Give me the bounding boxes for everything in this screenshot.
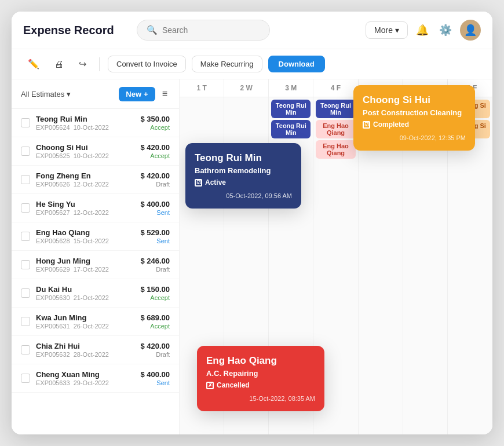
calendar-event-chip[interactable]: Teong Rui Min [316,100,355,118]
expense-date: 12-Oct-2022 [74,181,109,188]
popup-red-title: Eng Hao Qiang [206,355,315,367]
header: Expense Record 🔍 More ▾ 🔔 ⚙️ 👤 [12,12,492,49]
expense-amount: $ 246.00 [140,257,170,265]
list-item[interactable]: Du Kai Hu EXP005630 21-Oct-2022 $ 150.00… [12,279,179,308]
popup-blue-title: Teong Rui Min [195,152,292,164]
edit-icon: ✏️ [28,59,39,69]
share-button[interactable]: ↪ [74,55,91,73]
expense-status: Accept [140,294,170,301]
plus-icon: + [144,90,148,98]
expense-checkbox[interactable] [21,232,30,241]
expense-info: Kwa Jun Ming EXP005631 26-Oct-2022 [36,313,134,330]
expense-amount-col: $ 246.00 Draft [140,257,170,273]
expense-checkbox[interactable] [21,118,30,127]
download-button[interactable]: Download [268,56,325,72]
expense-info: He Sing Yu EXP005627 12-Oct-2022 [36,200,134,216]
expense-id: EXP005625 [36,152,70,159]
expense-status: Accept [140,323,170,330]
calendar-event-chip[interactable]: Eng Hao Qiang [316,140,355,159]
search-bar[interactable]: 🔍 [137,20,270,41]
expense-info: Fong Zheng En EXP005626 12-Oct-2022 [36,171,134,188]
expense-name: Teong Rui Min [36,115,134,123]
more-label: More [374,25,393,35]
expense-name: Hong Jun Ming [36,257,134,265]
expense-checkbox[interactable] [21,288,30,298]
calendar-event-chip[interactable]: Eng Hao Qiang [316,120,355,138]
popup-red-subtitle: A.C. Repairing [206,369,315,378]
expense-checkbox[interactable] [21,260,30,269]
expense-amount-col: $ 420.00 Draft [140,342,170,358]
list-item[interactable]: Hong Jun Ming EXP005629 17-Oct-2022 $ 24… [12,251,179,279]
popup-orange-title: Choong Si Hui [363,94,466,106]
main-content: All Estimates ▾ New + ≡ Teong Rui Min [12,79,492,434]
notification-button[interactable]: 🔔 [414,21,431,39]
expense-checkbox[interactable] [21,147,30,156]
status-completed-icon: ☑ [363,121,370,129]
expense-date: 29-Oct-2022 [74,379,109,386]
expense-status: Draft [140,181,170,188]
list-item[interactable]: He Sing Yu EXP005627 12-Oct-2022 $ 400.0… [12,194,179,222]
settings-button[interactable]: ⚙️ [437,21,454,39]
popup-blue-status: ☑ Active [195,178,292,187]
expense-checkbox[interactable] [21,345,30,354]
edit-button[interactable]: ✏️ [23,55,44,73]
popup-red-timestamp: 15-Oct-2022, 08:35 AM [206,395,315,402]
calendar-event-chip[interactable]: Teong Rui Min [271,100,311,118]
expense-name: Chia Zhi Hui [36,342,134,350]
expense-meta: EXP005630 21-Oct-2022 [36,294,134,301]
app-container: Expense Record 🔍 More ▾ 🔔 ⚙️ 👤 ✏️ 🖨 ↪ Co… [12,12,492,434]
calendar-event-chip[interactable]: Teong Rui Min [271,120,311,138]
expense-info: Choong Si Hui EXP005625 10-Oct-2022 [36,143,134,159]
expense-meta: EXP005629 17-Oct-2022 [36,266,134,273]
expense-amount: $ 400.00 [140,370,170,379]
app-title: Expense Record [23,24,127,37]
popup-orange-subtitle: Post Construction Cleaning [363,108,466,117]
list-item[interactable]: Eng Hao Qiang EXP005628 15-Oct-2022 $ 52… [12,222,179,251]
expense-meta: EXP005632 28-Oct-2022 [36,351,134,358]
print-button[interactable]: 🖨 [50,56,68,73]
list-item[interactable]: Choong Si Hui EXP005625 10-Oct-2022 $ 42… [12,137,179,166]
expense-checkbox[interactable] [21,374,30,383]
expense-amount: $ 689.00 [140,313,170,322]
header-actions: More ▾ 🔔 ⚙️ 👤 [366,20,481,41]
list-view-button[interactable]: ≡ [160,86,170,101]
popup-choong-si-hui[interactable]: Choong Si Hui Post Construction Cleaning… [353,85,475,151]
expense-id: EXP005631 [36,323,70,330]
list-item[interactable]: Fong Zheng En EXP005626 12-Oct-2022 $ 42… [12,166,179,194]
print-icon: 🖨 [54,59,64,69]
expense-checkbox[interactable] [21,203,30,213]
more-button[interactable]: More ▾ [366,21,408,39]
avatar[interactable]: 👤 [460,20,481,41]
expense-name: Choong Si Hui [36,143,134,152]
list-item[interactable]: Cheng Xuan Ming EXP005633 29-Oct-2022 $ … [12,364,179,393]
popup-eng-hao-qiang[interactable]: Eng Hao Qiang A.C. Repairing ✗ Cancelled… [197,346,324,411]
expense-status: Draft [140,266,170,273]
expense-info: Du Kai Hu EXP005630 21-Oct-2022 [36,285,134,301]
list-item[interactable]: Teong Rui Min EXP005624 10-Oct-2022 $ 35… [12,109,179,137]
convert-invoice-button[interactable]: Convert to Invoice [108,56,186,72]
sidebar: All Estimates ▾ New + ≡ Teong Rui Min [12,79,180,434]
expense-meta: EXP005627 12-Oct-2022 [36,209,134,216]
expense-checkbox[interactable] [21,317,30,326]
expense-amount: $ 400.00 [140,200,170,209]
share-icon: ↪ [79,59,86,69]
expense-info: Cheng Xuan Ming EXP005633 29-Oct-2022 [36,370,134,386]
search-input[interactable] [162,25,260,35]
filter-label-text: All Estimates [21,90,64,98]
expense-id: EXP005628 [36,237,70,244]
expense-checkbox[interactable] [21,175,30,184]
expense-amount-col: $ 420.00 Accept [140,143,170,159]
expense-info: Hong Jun Ming EXP005629 17-Oct-2022 [36,257,134,273]
make-recurring-button[interactable]: Make Recurring [192,56,262,72]
list-item[interactable]: Kwa Jun Ming EXP005631 26-Oct-2022 $ 689… [12,308,179,336]
popup-teong-rui-min[interactable]: Teong Rui Min Bathrom Remodeling ☑ Activ… [185,143,301,209]
new-button[interactable]: New + [119,87,155,101]
expense-id: EXP005630 [36,294,70,301]
expense-status: Sent [140,379,170,386]
popup-orange-status-text: Completed [373,120,409,129]
list-item[interactable]: Chia Zhi Hui EXP005632 28-Oct-2022 $ 420… [12,336,179,364]
filter-dropdown[interactable]: All Estimates ▾ [21,90,71,98]
calendar-column-header: 2 W [224,79,268,97]
expense-date: 28-Oct-2022 [74,351,109,358]
popup-blue-timestamp: 05-Oct-2022, 09:56 AM [195,192,292,199]
